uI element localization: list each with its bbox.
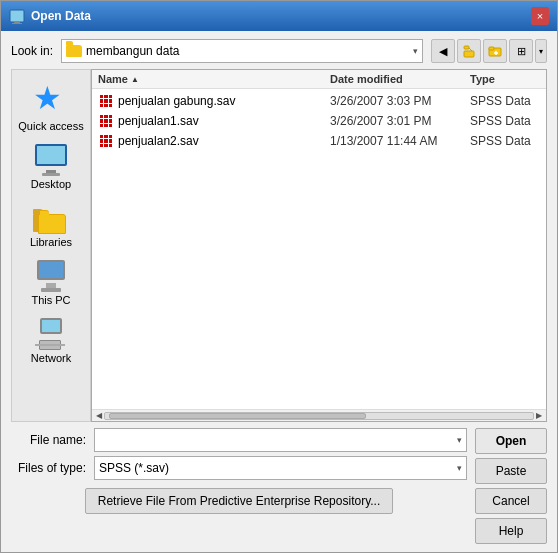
bottom-left: File name: ▾ Files of type: SPSS (*.sav)…	[11, 428, 467, 516]
retrieve-btn-row: Retrieve File From Predictive Enterprise…	[11, 484, 467, 516]
file-type: SPSS Data	[470, 94, 540, 108]
filetype-select-wrapper[interactable]: SPSS (*.sav) ▾	[94, 456, 467, 480]
spss-file-icon	[98, 113, 114, 129]
svg-rect-0	[10, 10, 24, 22]
file-list-header: Name ▲ Date modified Type	[92, 70, 546, 89]
open-data-dialog: Open Data × Look in: membangun data ▾ ◀	[0, 0, 558, 553]
look-in-label: Look in:	[11, 44, 53, 58]
toolbar-buttons: ◀ ⊞ ▾	[431, 39, 547, 63]
table-row[interactable]: penjualan1.sav 3/26/2007 3:01 PM SPSS Da…	[92, 111, 546, 131]
new-folder-icon	[488, 44, 502, 58]
col-header-date: Date modified	[330, 73, 470, 85]
current-folder-label: membangun data	[86, 44, 179, 58]
file-list-container: Name ▲ Date modified Type	[91, 69, 547, 422]
svg-rect-2	[12, 23, 22, 24]
look-in-select[interactable]: membangun data ▾	[61, 39, 423, 63]
sort-arrow: ▲	[131, 75, 139, 84]
sidebar-item-quick-access[interactable]: ★ Quick access	[16, 78, 86, 136]
sidebar-item-label-quick-access: Quick access	[18, 120, 83, 132]
look-in-select-inner: membangun data	[66, 44, 413, 58]
col-header-name: Name ▲	[98, 73, 330, 85]
view-button[interactable]: ⊞	[509, 39, 533, 63]
quick-access-icon: ★	[33, 82, 69, 118]
filetype-value: SPSS (*.sav)	[99, 461, 457, 475]
this-pc-icon	[33, 260, 69, 292]
dialog-body: Look in: membangun data ▾ ◀	[1, 31, 557, 552]
spss-file-icon	[98, 133, 114, 149]
sidebar-item-label-desktop: Desktop	[31, 178, 71, 190]
paste-button[interactable]: Paste	[475, 458, 547, 484]
bottom-section: File name: ▾ Files of type: SPSS (*.sav)…	[11, 428, 547, 544]
file-name-text: penjualan2.sav	[118, 134, 199, 148]
horizontal-scrollbar[interactable]	[104, 412, 534, 420]
spss-file-icon	[98, 93, 114, 109]
file-name-text: penjualan1.sav	[118, 114, 199, 128]
file-name-text: penjualan gabung.sav	[118, 94, 235, 108]
libraries-icon	[33, 202, 69, 234]
right-buttons: Open Paste Cancel Help	[471, 428, 547, 544]
file-name: penjualan gabung.sav	[98, 93, 330, 109]
filename-dropdown-arrow: ▾	[457, 435, 462, 445]
svg-rect-6	[489, 47, 494, 50]
svg-rect-3	[464, 51, 474, 57]
view-menu-button[interactable]: ▾	[535, 39, 547, 63]
table-row[interactable]: penjualan gabung.sav 3/26/2007 3:03 PM S…	[92, 91, 546, 111]
desktop-icon	[33, 144, 69, 176]
sidebar-item-libraries[interactable]: Libraries	[16, 198, 86, 252]
folder-icon	[66, 45, 82, 57]
title-bar: Open Data ×	[1, 1, 557, 31]
filetype-label: Files of type:	[11, 461, 86, 475]
sidebar-item-label-this-pc: This PC	[31, 294, 70, 306]
new-folder-button[interactable]	[483, 39, 507, 63]
svg-rect-1	[14, 21, 20, 23]
file-list: penjualan gabung.sav 3/26/2007 3:03 PM S…	[92, 89, 546, 409]
close-button[interactable]: ×	[531, 7, 549, 25]
up-button[interactable]	[457, 39, 481, 63]
sidebar-item-network[interactable]: Network	[16, 314, 86, 368]
title-bar-left: Open Data	[9, 8, 91, 24]
file-date: 3/26/2007 3:03 PM	[330, 94, 470, 108]
filetype-dropdown-arrow: ▾	[457, 463, 462, 473]
scrollbar-thumb	[109, 413, 366, 419]
sidebar-item-label-libraries: Libraries	[30, 236, 72, 248]
table-row[interactable]: penjualan2.sav 1/13/2007 11:44 AM SPSS D…	[92, 131, 546, 151]
dialog-title: Open Data	[31, 9, 91, 23]
file-type: SPSS Data	[470, 134, 540, 148]
file-type: SPSS Data	[470, 114, 540, 128]
col-header-type: Type	[470, 73, 540, 85]
sidebar-item-label-network: Network	[31, 352, 71, 364]
file-date: 3/26/2007 3:01 PM	[330, 114, 470, 128]
filename-input[interactable]	[99, 433, 457, 447]
scroll-right-button[interactable]: ▶	[534, 411, 544, 420]
retrieve-button[interactable]: Retrieve File From Predictive Enterprise…	[85, 488, 394, 514]
file-date: 1/13/2007 11:44 AM	[330, 134, 470, 148]
sidebar-item-desktop[interactable]: Desktop	[16, 140, 86, 194]
sidebar: ★ Quick access Desktop	[11, 69, 91, 422]
filename-row: File name: ▾	[11, 428, 467, 452]
svg-rect-4	[464, 46, 469, 49]
file-name: penjualan2.sav	[98, 133, 330, 149]
up-icon	[462, 44, 476, 58]
sidebar-item-this-pc[interactable]: This PC	[16, 256, 86, 310]
look-in-row: Look in: membangun data ▾ ◀	[11, 39, 547, 63]
file-name: penjualan1.sav	[98, 113, 330, 129]
filename-input-wrapper[interactable]: ▾	[94, 428, 467, 452]
horizontal-scrollbar-area: ◀ ▶	[92, 409, 546, 421]
filetype-row: Files of type: SPSS (*.sav) ▾	[11, 456, 467, 480]
filename-label: File name:	[11, 433, 86, 447]
cancel-button[interactable]: Cancel	[475, 488, 547, 514]
scroll-left-button[interactable]: ◀	[94, 411, 104, 420]
network-icon	[33, 318, 69, 350]
dialog-icon	[9, 8, 25, 24]
look-in-dropdown-arrow: ▾	[413, 46, 418, 56]
main-area: ★ Quick access Desktop	[11, 69, 547, 422]
help-button[interactable]: Help	[475, 518, 547, 544]
back-button[interactable]: ◀	[431, 39, 455, 63]
open-button[interactable]: Open	[475, 428, 547, 454]
